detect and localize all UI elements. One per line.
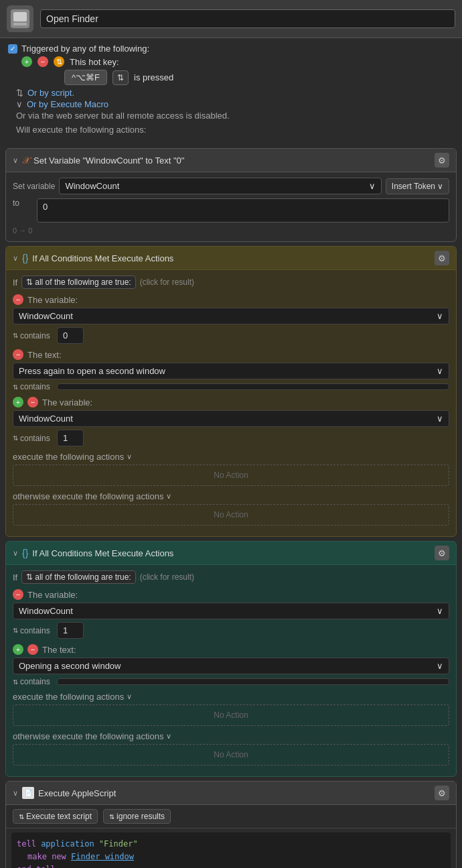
- remove-cond-1-1[interactable]: −: [13, 294, 23, 305]
- click-result-2[interactable]: (click for result): [140, 572, 194, 582]
- condition2-collapse-icon[interactable]: ∨: [13, 549, 18, 558]
- condition-item-1-2: − The text: Press again to open a second…: [13, 349, 449, 391]
- cond-arrow-1-1: ∨: [437, 311, 443, 321]
- svg-rect-2: [13, 23, 27, 25]
- cond-type-row-1-2: − The text:: [13, 349, 449, 360]
- otherwise-arrow-1: ∨: [166, 492, 171, 501]
- execute-arrow-2: ∨: [127, 692, 132, 701]
- set-variable-header: ∨ 𝒳 Set Variable "WindowCount" to Text "…: [6, 149, 456, 172]
- or-by-script-link[interactable]: Or by script.: [27, 88, 74, 98]
- if-text-2: If: [13, 572, 17, 582]
- condition-block-2: ∨ {} If All Conditions Met Execute Actio…: [5, 541, 457, 777]
- updown-2: ⇅: [26, 572, 33, 582]
- header: [0, 0, 462, 38]
- or-by-execute-link[interactable]: Or by Execute Macro: [27, 99, 108, 109]
- applescript-title: Execute AppleScript: [38, 788, 431, 798]
- applescript-collapse-icon[interactable]: ∨: [13, 789, 18, 798]
- hotkey-dropdown-arrow: ⇅: [117, 73, 124, 82]
- no-action-3: No Action: [13, 704, 449, 726]
- will-execute-label: Will execute the following actions:: [8, 122, 454, 139]
- condition-item-1-1: − The variable: WindowCount ∨ ⇅ contains…: [13, 294, 449, 344]
- cond-var-dropdown-1-3[interactable]: WindowCount ∨: [13, 410, 449, 427]
- macro-title-input[interactable]: [40, 9, 455, 28]
- if-all-row-1: If ⇅ all of the following are true: (cli…: [13, 275, 449, 289]
- hotkey-pill[interactable]: ^⌥⌘F: [64, 70, 107, 85]
- set-label: Set variable: [13, 182, 55, 191]
- condition1-gear[interactable]: ⚙: [435, 251, 449, 265]
- insert-token-btn[interactable]: Insert Token ∨: [386, 178, 449, 194]
- variable-name-select[interactable]: WindowCount ∨: [59, 178, 381, 194]
- applescript-block: ∨ 📄 Execute AppleScript ⚙ ⇅ Execute text…: [5, 781, 457, 868]
- contains-val-2-1[interactable]: 1: [57, 622, 84, 639]
- cond-arrow-1-3: ∨: [437, 414, 443, 424]
- condition1-brace-icon: {}: [22, 253, 28, 263]
- applescript-file-icon: 📄: [22, 787, 34, 799]
- toggle-trigger-btn[interactable]: ⇅: [54, 56, 64, 67]
- condition-2-body: If ⇅ all of the following are true: (cli…: [6, 565, 456, 776]
- applescript-content[interactable]: tell application "Finder" make new Finde…: [11, 832, 451, 868]
- cond-type-row-2-1: − The variable:: [13, 589, 449, 600]
- ignore-results-dropdown[interactable]: ⇅ ignore results: [103, 809, 171, 824]
- or-by-script-row: ⇅ Or by script.: [16, 88, 454, 98]
- finder-window-link[interactable]: Finder window: [71, 852, 134, 861]
- cond-type-row-2-2: + − The text:: [13, 644, 449, 655]
- condition-1-header: ∨ {} If All Conditions Met Execute Actio…: [6, 247, 456, 270]
- contains-input-2-2[interactable]: [57, 678, 449, 685]
- collapse-icon[interactable]: ∨: [13, 156, 18, 165]
- contains-row-2-1: ⇅ contains 1: [13, 622, 449, 639]
- remove-cond-1-2[interactable]: −: [13, 349, 23, 360]
- is-pressed-label: is pressed: [134, 72, 173, 82]
- or-by-execute-row: ∨ Or by Execute Macro: [16, 99, 454, 109]
- script-line-3: end tell: [17, 863, 445, 868]
- updown-small-2-2: ⇅: [13, 678, 18, 686]
- set-variable-gear[interactable]: ⚙: [435, 153, 449, 168]
- remove-trigger-btn[interactable]: −: [37, 56, 48, 67]
- add-trigger-btn[interactable]: +: [21, 56, 32, 67]
- applescript-options-row: ⇅ Execute text script ⇅ ignore results: [6, 805, 456, 828]
- remove-cond-2-1[interactable]: −: [13, 589, 23, 600]
- or-via-web-row: Or via the web server but all remote acc…: [16, 111, 454, 121]
- all-dropdown-2[interactable]: ⇅ all of the following are true:: [21, 570, 135, 584]
- set-variable-title: Set Variable "WindowCount" to Text "0": [33, 156, 431, 166]
- insert-token-arrow: ∨: [437, 182, 443, 191]
- cond-text-dropdown-1-2[interactable]: Press again to open a second window ∨: [13, 363, 449, 379]
- applescript-gear[interactable]: ⚙: [435, 786, 449, 800]
- contains-input-1-2[interactable]: [57, 383, 449, 390]
- cond-arrow-2-1: ∨: [437, 606, 443, 616]
- contains-label-1-1: ⇅ contains: [13, 331, 53, 340]
- all-dropdown-1[interactable]: ⇅ all of the following are true:: [21, 275, 135, 289]
- click-result-1[interactable]: (click for result): [140, 277, 194, 287]
- contains-val-1-3[interactable]: 1: [57, 430, 84, 446]
- condition1-collapse-icon[interactable]: ∨: [13, 254, 18, 263]
- updown-small-1-3: ⇅: [13, 434, 18, 442]
- no-action-2: No Action: [13, 504, 449, 525]
- updown-1: ⇅: [26, 277, 33, 287]
- condition-item-2-2: + − The text: Opening a second window ∨ …: [13, 644, 449, 686]
- contains-row-1-1: ⇅ contains 0: [13, 327, 449, 344]
- to-value-row: to 0: [13, 198, 449, 223]
- remove-cond-2-2[interactable]: −: [27, 644, 38, 655]
- add-cond-1-3[interactable]: +: [13, 397, 23, 408]
- otherwise-label-2: otherwise execute the following actions …: [13, 731, 449, 741]
- updown-small-1-2: ⇅: [13, 383, 18, 391]
- execute-text-script-dropdown[interactable]: ⇅ Execute text script: [13, 809, 98, 824]
- remove-cond-1-3[interactable]: −: [27, 397, 38, 408]
- cond-arrow-2-2: ∨: [437, 661, 443, 671]
- otherwise-label-1: otherwise execute the following actions …: [13, 491, 449, 501]
- to-value-input[interactable]: 0: [37, 198, 449, 223]
- updown-ignore: ⇅: [109, 813, 114, 820]
- trigger-checkbox[interactable]: ✓: [8, 44, 17, 54]
- contains-row-2-2: ⇅ contains: [13, 677, 449, 686]
- updown-small-2-1: ⇅: [13, 627, 18, 634]
- add-cond-2-2[interactable]: +: [13, 644, 23, 655]
- condition-1-title: If All Conditions Met Execute Actions: [32, 253, 431, 263]
- if-all-row-2: If ⇅ all of the following are true: (cli…: [13, 570, 449, 584]
- cond-var-dropdown-2-1[interactable]: WindowCount ∨: [13, 603, 449, 619]
- cond-var-dropdown-1-1[interactable]: WindowCount ∨: [13, 308, 449, 324]
- condition2-gear[interactable]: ⚙: [435, 546, 449, 560]
- cond-text-dropdown-2-2[interactable]: Opening a second window ∨: [13, 658, 449, 674]
- contains-val-1-1[interactable]: 0: [57, 327, 84, 344]
- hotkey-dropdown[interactable]: ⇅: [112, 70, 129, 85]
- contains-row-1-2: ⇅ contains: [13, 382, 449, 391]
- condition-item-2-1: − The variable: WindowCount ∨ ⇅ contains…: [13, 589, 449, 639]
